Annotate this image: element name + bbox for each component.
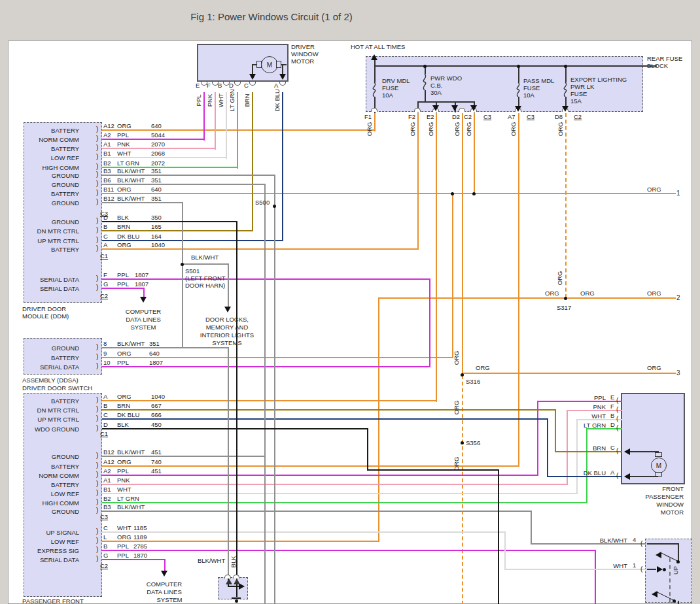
wiring-diagram-page: Fig 1: Power Windows Circuit (1 of 2) MM… — [0, 0, 700, 604]
wire-color-label: ORG — [557, 118, 565, 140]
pin-id-label: B2 — [103, 495, 111, 503]
pin-bracket: ) — [96, 153, 98, 161]
wire-color-label: PPL — [117, 543, 129, 550]
arrowhead — [279, 74, 286, 80]
ddsa-caption: DRIVER DOOR SWITCH — [22, 385, 92, 392]
circuit-number-label: 667 — [151, 403, 162, 410]
circuit-number-label: 666 — [151, 412, 162, 419]
row-function-label: GROUND — [26, 173, 79, 180]
circuit-number-label: 351 — [151, 168, 162, 175]
wire-color-label: PNK — [117, 477, 130, 484]
pin-id-label: B — [103, 543, 107, 550]
wire-color-label: PPL — [117, 281, 129, 288]
splice-dot — [273, 205, 276, 208]
wire-color-label: ORG — [466, 118, 473, 140]
connector-arc — [414, 108, 421, 112]
computer-data-lines-note: COMPUTER — [117, 309, 169, 316]
pin-bracket: ) — [96, 537, 98, 545]
wire-segment — [586, 428, 587, 503]
pin-bracket: ) — [96, 198, 98, 206]
pin-id-label: G — [103, 281, 108, 288]
circuit-number-label: 450 — [151, 422, 162, 429]
circuit-number-label: 640 — [151, 186, 162, 193]
wire-color-label: WHT — [117, 150, 131, 158]
door-locks-note: INTERIOR LIGHTS — [197, 332, 257, 339]
ddm-caption: MODULE (DDM) — [22, 313, 69, 320]
pin-id-label: B2 — [103, 160, 111, 167]
pin-bracket: ) — [96, 414, 98, 422]
pin-id-label: B11 — [103, 186, 114, 193]
circuit-number-label: 1040 — [151, 242, 165, 249]
row-function-label: LOW REF — [26, 539, 79, 546]
wire-segment — [102, 493, 578, 494]
circuit-number-label: 640 — [149, 350, 160, 358]
wire-color-label: ORG — [476, 365, 490, 372]
arrowhead — [624, 448, 630, 455]
fuse-symbol — [514, 82, 522, 97]
wire-segment — [102, 193, 676, 194]
circuit-number-label: 164 — [151, 233, 162, 241]
pin-id-label: A — [103, 394, 107, 401]
circuit-number-label: 1189 — [133, 534, 147, 541]
wire-color-label: BLK/WHT — [117, 504, 145, 511]
terminal-label: C3 — [527, 114, 534, 121]
circuit-number-label: 740 — [151, 459, 162, 466]
pin-id-label: D — [103, 422, 108, 429]
circuit-number-label: 2070 — [151, 141, 165, 148]
splice-dot — [423, 65, 427, 68]
splice-dot — [235, 599, 238, 603]
arrowhead — [652, 591, 657, 597]
wire-color-label: PPL — [117, 132, 129, 139]
arrowhead — [226, 579, 232, 584]
pin-id-label: D — [229, 82, 234, 90]
passenger-motor-caption: MOTOR — [631, 509, 684, 516]
pin-bracket: ) — [96, 226, 98, 234]
pin-id-label: 9 — [103, 350, 107, 358]
pin-id-label: B — [103, 224, 107, 231]
row-function-label: NORM COMM — [26, 137, 79, 144]
wire-color-label: BLK/WHT — [117, 449, 145, 456]
splice-dot — [181, 263, 184, 266]
wire-color-label: WHT — [576, 563, 627, 570]
wire-color-label: PPL — [560, 395, 606, 402]
pin-id-label: A — [274, 82, 278, 90]
row-function-label: BATTERY — [26, 463, 79, 471]
pin-bracket: ) — [96, 546, 98, 554]
wire-color-label: ORG — [647, 365, 661, 372]
wire-segment — [547, 418, 548, 477]
wire-color-label: BRN — [244, 89, 251, 111]
wire-color-label: PPL — [196, 89, 203, 111]
pin-id-label: A2 — [103, 132, 111, 139]
row-function-label: WDO GROUND — [26, 426, 79, 433]
wire-color-label: DK BLU — [117, 412, 139, 419]
wire-color-label: ORG — [117, 242, 131, 249]
title-bar: Fig 1: Power Windows Circuit (1 of 2) — [0, 0, 543, 33]
wire-color-label: BLK/WHT — [117, 341, 145, 348]
arrowhead — [249, 74, 256, 80]
pin-bracket: ) — [96, 135, 98, 143]
row-function-label: HIGH COMM — [26, 165, 79, 172]
wire-segment — [417, 113, 419, 250]
computer-data-lines-note: DATA LINES — [117, 316, 169, 324]
connector-arc — [279, 82, 286, 86]
pin-id-label: E — [196, 82, 200, 90]
splice-s501-note: DOOR HARN) — [185, 282, 225, 290]
wire-segment — [367, 469, 499, 471]
wire-segment — [226, 92, 227, 159]
wire-segment — [228, 263, 229, 308]
row-function-label: BATTERY — [26, 482, 79, 489]
connector-tag: C1 — [100, 431, 108, 438]
pin-id-label: B1 — [103, 150, 111, 158]
row-function-label: GROUND — [26, 509, 79, 516]
pin-id-label: A1 — [103, 477, 111, 484]
wire-segment — [452, 193, 453, 358]
pin-id-label: B6 — [103, 177, 111, 184]
wire-color-label: ORG — [366, 118, 374, 140]
wire-color-label: WHT — [117, 525, 131, 532]
row-function-label: BATTERY — [26, 355, 79, 362]
wire-color-label: BLK — [230, 550, 237, 573]
wire-color-label: ORG — [580, 290, 595, 297]
wire-segment — [102, 550, 596, 551]
circuit-number-label: 2785 — [133, 543, 147, 550]
passenger-motor-caption: PASSENGER — [631, 494, 684, 501]
